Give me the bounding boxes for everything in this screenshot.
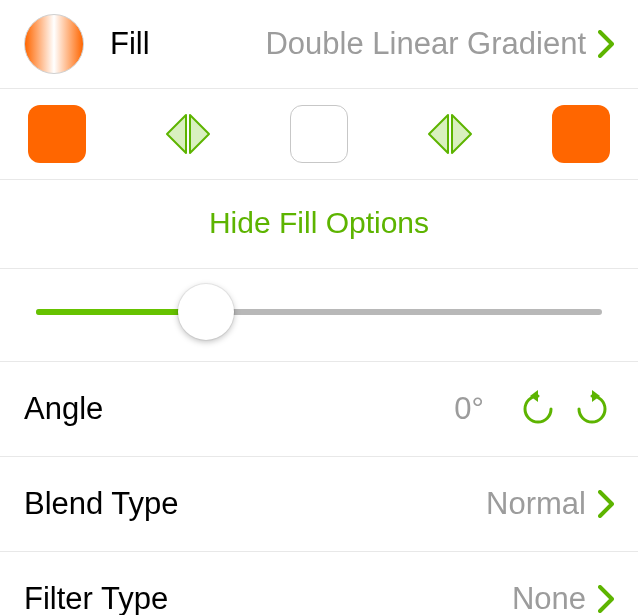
filter-type-label: Filter Type: [24, 581, 168, 615]
blend-type-row[interactable]: Blend Type Normal: [0, 457, 638, 551]
gradient-swatches-row: [0, 89, 638, 179]
blend-type-label: Blend Type: [24, 486, 179, 522]
angle-label: Angle: [24, 391, 103, 427]
rotate-cw-button[interactable]: [570, 387, 614, 431]
rotate-ccw-button[interactable]: [516, 387, 560, 431]
filter-type-value: None: [512, 581, 586, 615]
chevron-right-icon: [598, 585, 614, 613]
gradient-preview-circle: [24, 14, 84, 74]
hide-fill-options-button[interactable]: Hide Fill Options: [0, 180, 638, 268]
chevron-right-icon: [598, 30, 614, 58]
fill-type-value: Double Linear Gradient: [265, 26, 586, 62]
angle-value: 0°: [454, 391, 484, 427]
flip-left-button[interactable]: [164, 110, 212, 158]
chevron-right-icon: [598, 490, 614, 518]
filter-type-row[interactable]: Filter Type None: [0, 552, 638, 615]
opacity-slider[interactable]: [36, 309, 602, 315]
angle-row: Angle 0°: [0, 362, 638, 456]
swatch-right[interactable]: [552, 105, 610, 163]
flip-right-button[interactable]: [426, 110, 474, 158]
fill-header-row[interactable]: Fill Double Linear Gradient: [0, 0, 638, 88]
swatch-left[interactable]: [28, 105, 86, 163]
blend-type-value: Normal: [486, 486, 586, 522]
opacity-slider-row: [0, 269, 638, 361]
fill-label: Fill: [110, 26, 150, 62]
slider-thumb[interactable]: [178, 284, 234, 340]
swatch-mid[interactable]: [290, 105, 348, 163]
